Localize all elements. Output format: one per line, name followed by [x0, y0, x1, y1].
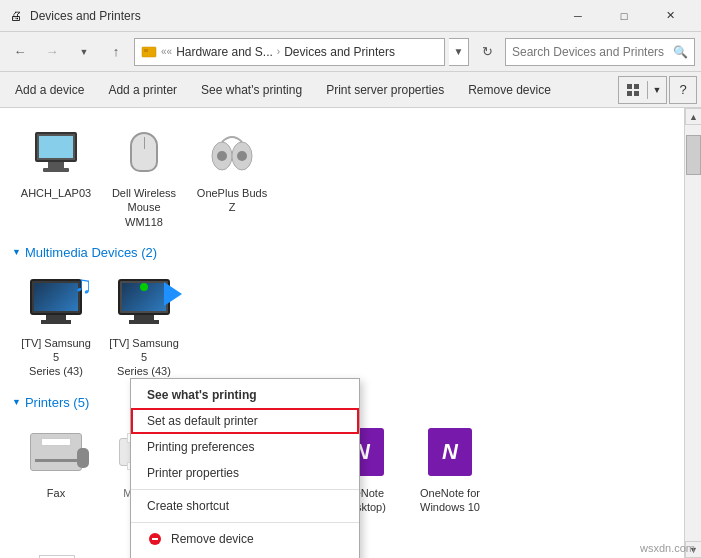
device-label: Dell Wireless Mouse WM118: [108, 186, 180, 229]
multimedia-section-label: Multimedia Devices (2): [25, 245, 157, 260]
titlebar-title: Devices and Printers: [30, 9, 555, 23]
device-label: AHCH_LAP03: [21, 186, 91, 200]
device-bottom-printer[interactable]: [16, 530, 96, 558]
device-oneplus-buds[interactable]: OnePlus Buds Z: [192, 116, 272, 233]
onenote-win10-icon: N: [418, 420, 482, 484]
path-separator: ««: [161, 46, 172, 57]
refresh-button[interactable]: ↻: [473, 38, 501, 66]
context-see-printing-label: See what's printing: [147, 388, 257, 402]
path-chevron-1: ›: [277, 46, 280, 57]
toolbar: Add a device Add a printer See what's pr…: [0, 72, 701, 108]
add-device-button[interactable]: Add a device: [4, 76, 95, 104]
dropdown-arrow-button[interactable]: ▼: [70, 38, 98, 66]
device-label: [TV] Samsung 5Series (43): [108, 336, 180, 379]
device-onenote-win10[interactable]: N OneNote forWindows 10: [410, 416, 490, 519]
device-tv1[interactable]: ♫ [TV] Samsung 5Series (43): [16, 266, 96, 383]
scrollbar: ▲ ▼: [684, 108, 701, 558]
path-hardware[interactable]: Hardware and S...: [176, 45, 273, 59]
titlebar-controls: ─ □ ✕: [555, 0, 693, 32]
svg-rect-5: [634, 91, 639, 96]
fax-icon: [24, 420, 88, 484]
context-remove-device[interactable]: Remove device: [131, 526, 359, 552]
context-see-whats-printing[interactable]: See what's printing: [131, 382, 359, 408]
addressbar: ← → ▼ ↑ «« Hardware and S... › Devices a…: [0, 32, 701, 72]
titlebar: 🖨 Devices and Printers ─ □ ✕: [0, 0, 701, 32]
minimize-button[interactable]: ─: [555, 0, 601, 32]
svg-point-8: [217, 151, 227, 161]
address-path: «« Hardware and S... › Devices and Print…: [134, 38, 445, 66]
back-button[interactable]: ←: [6, 38, 34, 66]
printers-toggle-icon: ▼: [12, 397, 21, 407]
device-label: OneNote forWindows 10: [420, 486, 480, 515]
svg-point-9: [237, 151, 247, 161]
tv-arrow-icon: [112, 270, 176, 334]
context-set-default[interactable]: Set as default printer: [131, 408, 359, 434]
context-printer-props-label: Printer properties: [147, 466, 239, 480]
mouse-icon: [112, 120, 176, 184]
view-controls: ▼: [618, 76, 667, 104]
maximize-button[interactable]: □: [601, 0, 647, 32]
view-icon-button[interactable]: [619, 77, 647, 103]
device-label: [TV] Samsung 5Series (43): [20, 336, 92, 379]
device-tv2[interactable]: [TV] Samsung 5Series (43): [104, 266, 184, 383]
svg-rect-1: [144, 49, 148, 52]
scrollbar-up[interactable]: ▲: [685, 108, 701, 125]
context-printing-prefs-label: Printing preferences: [147, 440, 254, 454]
help-button[interactable]: ?: [669, 76, 697, 104]
view-dropdown-button[interactable]: ▼: [648, 77, 666, 103]
context-menu: See what's printing Set as default print…: [130, 378, 360, 558]
close-button[interactable]: ✕: [647, 0, 693, 32]
remove-device-button[interactable]: Remove device: [457, 76, 562, 104]
computer-icon: [24, 120, 88, 184]
svg-rect-11: [152, 538, 158, 540]
multimedia-toggle-icon: ▼: [12, 247, 21, 257]
device-fax[interactable]: Fax: [16, 416, 96, 519]
svg-rect-4: [627, 91, 632, 96]
context-printing-preferences[interactable]: Printing preferences: [131, 434, 359, 460]
device-label: OnePlus Buds Z: [196, 186, 268, 215]
path-icon: [141, 44, 157, 60]
svg-rect-0: [142, 47, 156, 57]
main-content: AHCH_LAP03 Dell Wireless Mouse WM118: [0, 108, 701, 558]
search-input[interactable]: [512, 45, 673, 59]
forward-button[interactable]: →: [38, 38, 66, 66]
printers-section-label: Printers (5): [25, 395, 89, 410]
device-dell-mouse[interactable]: Dell Wireless Mouse WM118: [104, 116, 184, 233]
svg-rect-2: [627, 84, 632, 89]
scrollbar-thumb[interactable]: [686, 135, 701, 175]
remove-device-icon: [147, 531, 163, 547]
address-dropdown[interactable]: ▼: [449, 38, 469, 66]
context-create-shortcut-label: Create shortcut: [147, 499, 229, 513]
context-set-default-label: Set as default printer: [147, 414, 258, 428]
path-current[interactable]: Devices and Printers: [284, 45, 395, 59]
search-box: 🔍: [505, 38, 695, 66]
multimedia-section-header[interactable]: ▼ Multimedia Devices (2): [12, 245, 672, 260]
context-troubleshoot[interactable]: Troubleshoot: [131, 552, 359, 558]
tv-music-icon: ♫: [24, 270, 88, 334]
buds-icon: [200, 120, 264, 184]
device-label: Fax: [47, 486, 65, 500]
device-ahch-lap03[interactable]: AHCH_LAP03: [16, 116, 96, 233]
scrollbar-track[interactable]: [685, 125, 701, 541]
context-create-shortcut[interactable]: Create shortcut: [131, 493, 359, 519]
context-sep-2: [131, 522, 359, 523]
top-devices-row: AHCH_LAP03 Dell Wireless Mouse WM118: [12, 116, 672, 233]
bottom-printer-icon: [24, 534, 88, 558]
context-sep-1: [131, 489, 359, 490]
scrollbar-down[interactable]: ▼: [685, 541, 701, 558]
titlebar-icon: 🖨: [8, 8, 24, 24]
content-area: AHCH_LAP03 Dell Wireless Mouse WM118: [0, 108, 684, 558]
multimedia-devices-row: ♫ [TV] Samsung 5Series (43): [12, 266, 672, 383]
print-server-properties-button[interactable]: Print server properties: [315, 76, 455, 104]
see-whats-printing-button[interactable]: See what's printing: [190, 76, 313, 104]
context-remove-device-label: Remove device: [171, 532, 254, 546]
up-button[interactable]: ↑: [102, 38, 130, 66]
add-printer-button[interactable]: Add a printer: [97, 76, 188, 104]
svg-rect-3: [634, 84, 639, 89]
context-printer-properties[interactable]: Printer properties: [131, 460, 359, 486]
search-icon: 🔍: [673, 45, 688, 59]
